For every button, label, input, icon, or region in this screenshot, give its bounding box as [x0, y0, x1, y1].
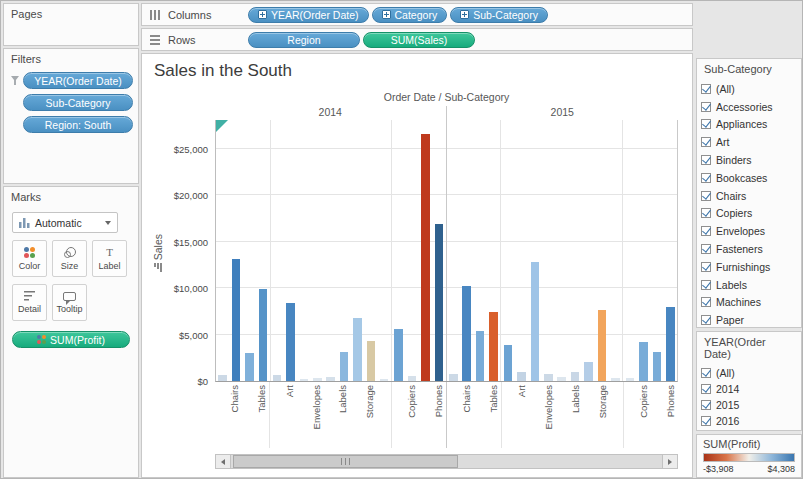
- bar-mark-envelopes[interactable]: [313, 378, 322, 381]
- marks-button-detail[interactable]: Detail: [12, 284, 47, 321]
- subcategory-item-paper[interactable]: Paper: [701, 311, 797, 328]
- filter-pill-sub-category[interactable]: Sub-Category: [23, 94, 133, 111]
- bar-mark[interactable]: [626, 378, 635, 381]
- scrollbar-thumb[interactable]: [233, 455, 458, 468]
- expand-plus-icon[interactable]: [258, 10, 267, 19]
- checkbox[interactable]: [701, 137, 711, 147]
- bar-mark[interactable]: [531, 262, 540, 381]
- year-item-all[interactable]: (All): [701, 365, 797, 381]
- bar-mark[interactable]: [476, 331, 485, 381]
- bar-mark[interactable]: [584, 362, 593, 382]
- bar-mark[interactable]: [504, 345, 513, 381]
- bar-mark[interactable]: [380, 379, 389, 381]
- rows-shelf[interactable]: Rows RegionSUM(Sales): [141, 28, 693, 51]
- rows-pill-sum-sales[interactable]: SUM(Sales): [363, 32, 475, 48]
- expand-plus-icon[interactable]: [382, 10, 391, 19]
- checkbox[interactable]: [701, 244, 711, 254]
- filters-shelf[interactable]: Filters YEAR(Order Date)Sub-CategoryRegi…: [3, 48, 139, 184]
- subcategory-item-fasteners[interactable]: Fasteners: [701, 240, 797, 258]
- mark-type-dropdown[interactable]: Automatic: [12, 212, 118, 233]
- resize-corner-triangle[interactable]: [216, 120, 228, 132]
- subcategory-item-art[interactable]: Art: [701, 133, 797, 151]
- bar-mark-envelopes[interactable]: [544, 374, 553, 381]
- rows-pill-region[interactable]: Region: [248, 32, 360, 48]
- subcategory-item-machines[interactable]: Machines: [701, 294, 797, 312]
- subcategory-item-envelopes[interactable]: Envelopes: [701, 222, 797, 240]
- checkbox[interactable]: [701, 280, 711, 290]
- bar-mark[interactable]: [449, 374, 458, 381]
- filter-pill-year-order-date[interactable]: YEAR(Order Date): [23, 72, 133, 89]
- bar-mark[interactable]: [273, 375, 282, 381]
- column-field-header[interactable]: Order Date / Sub-Category: [215, 91, 678, 103]
- checkbox[interactable]: [701, 208, 711, 218]
- bar-mark-phones[interactable]: [666, 307, 675, 381]
- bar-mark-tables[interactable]: [259, 289, 268, 381]
- checkbox[interactable]: [701, 297, 711, 307]
- bar-mark-labels[interactable]: [571, 372, 580, 381]
- checkbox[interactable]: [701, 173, 711, 183]
- subcategory-item-bookcases[interactable]: Bookcases: [701, 169, 797, 187]
- subcategory-item-labels[interactable]: Labels: [701, 276, 797, 294]
- checkbox[interactable]: [701, 191, 711, 201]
- bar-mark-copiers[interactable]: [408, 376, 417, 381]
- scrollbar-track[interactable]: [231, 455, 662, 468]
- bar-mark-storage[interactable]: [598, 310, 607, 381]
- bar-mark[interactable]: [394, 329, 403, 381]
- filter-pill-region-south[interactable]: Region: South: [23, 116, 133, 133]
- checkbox[interactable]: [701, 400, 711, 410]
- marks-button-color[interactable]: Color: [12, 240, 47, 277]
- checkbox[interactable]: [701, 226, 711, 236]
- columns-pill-year-order-date[interactable]: YEAR(Order Date): [248, 7, 369, 23]
- checkbox[interactable]: [701, 416, 711, 426]
- subcategory-item-copiers[interactable]: Copiers: [701, 205, 797, 223]
- bar-mark-labels[interactable]: [340, 352, 349, 381]
- subcategory-item-furnishings[interactable]: Furnishings: [701, 258, 797, 276]
- bar-mark-phones[interactable]: [435, 224, 444, 381]
- checkbox[interactable]: [701, 315, 711, 325]
- bar-mark-storage[interactable]: [367, 341, 376, 381]
- bar-mark-tables[interactable]: [489, 312, 498, 381]
- bar-mark[interactable]: [557, 377, 566, 381]
- checkbox[interactable]: [701, 368, 711, 378]
- marks-button-tooltip[interactable]: Tooltip: [52, 284, 87, 321]
- pages-shelf[interactable]: Pages: [3, 3, 139, 46]
- subcategory-item-accessories[interactable]: Accessories: [701, 98, 797, 116]
- checkbox[interactable]: [701, 119, 711, 129]
- year-item-2014[interactable]: 2014: [701, 381, 797, 397]
- subcategory-item-appliances[interactable]: Appliances: [701, 116, 797, 134]
- bar-mark[interactable]: [218, 375, 227, 381]
- checkbox[interactable]: [701, 155, 711, 165]
- bar-mark[interactable]: [326, 377, 335, 381]
- checkbox[interactable]: [701, 102, 711, 112]
- profit-gradient-bar[interactable]: [703, 453, 795, 462]
- bar-mark[interactable]: [611, 378, 620, 381]
- subcategory-item-binders[interactable]: Binders: [701, 151, 797, 169]
- bar-mark-copiers[interactable]: [639, 342, 648, 381]
- expand-plus-icon[interactable]: [460, 10, 469, 19]
- year-item-2015[interactable]: 2015: [701, 397, 797, 413]
- subcategory-item-all[interactable]: (All): [701, 80, 797, 98]
- bar-mark[interactable]: [421, 134, 430, 381]
- marks-button-label[interactable]: TLabel: [92, 240, 127, 277]
- subcategory-item-chairs[interactable]: Chairs: [701, 187, 797, 205]
- scroll-left-button[interactable]: [216, 455, 231, 468]
- bar-mark[interactable]: [300, 379, 309, 381]
- checkbox[interactable]: [701, 262, 711, 272]
- columns-pill-sub-category[interactable]: Sub-Category: [450, 7, 548, 23]
- columns-pill-category[interactable]: Category: [372, 7, 448, 23]
- bar-mark-chairs[interactable]: [232, 259, 241, 381]
- bar-mark[interactable]: [353, 318, 362, 381]
- columns-shelf[interactable]: Columns YEAR(Order Date)CategorySub-Cate…: [141, 3, 693, 26]
- year-item-2016[interactable]: 2016: [701, 413, 797, 429]
- bar-mark[interactable]: [653, 352, 662, 381]
- checkbox[interactable]: [701, 384, 711, 394]
- year-item-2017[interactable]: 2017: [701, 429, 797, 431]
- marks-button-size[interactable]: Size: [52, 240, 87, 277]
- checkbox[interactable]: [701, 84, 711, 94]
- bar-mark-art[interactable]: [517, 372, 526, 381]
- horizontal-scrollbar[interactable]: [215, 454, 678, 469]
- bar-mark[interactable]: [245, 353, 254, 381]
- bar-mark-chairs[interactable]: [462, 286, 471, 381]
- plot-area[interactable]: [215, 120, 678, 382]
- scroll-right-button[interactable]: [662, 455, 677, 468]
